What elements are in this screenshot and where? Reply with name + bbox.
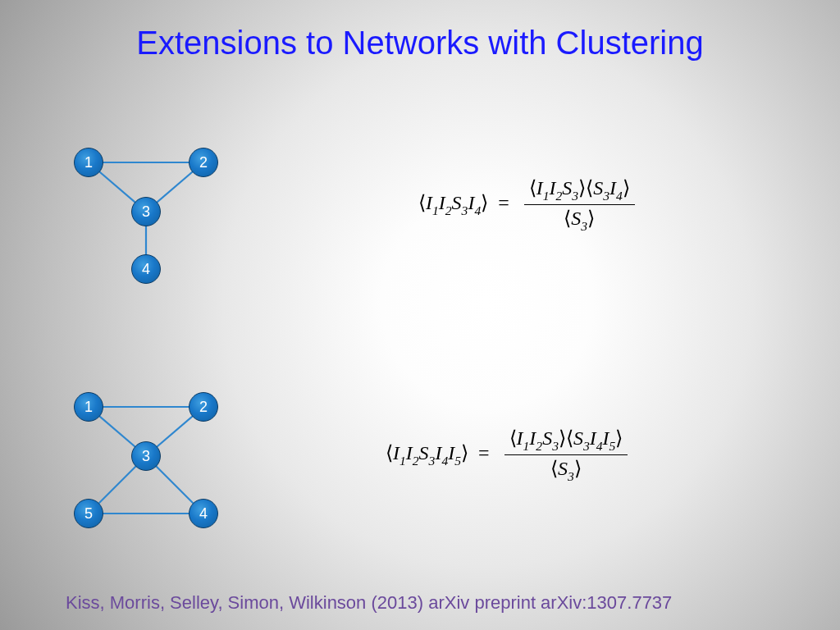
slide: Extensions to Networks with Clustering 1… xyxy=(0,0,840,630)
graph-2-node-3: 3 xyxy=(131,441,161,471)
graph-1-node-4: 4 xyxy=(131,254,161,284)
graph-2-node-1: 1 xyxy=(74,392,103,422)
graph-2-node-2: 2 xyxy=(189,392,218,422)
equation-1: ⟨I1I2S3I4⟩ = ⟨I1I2S3⟩⟨S3I4⟩ ⟨S3⟩ xyxy=(418,176,635,233)
equation-2: ⟨I1I2S3I4I5⟩ = ⟨I1I2S3⟩⟨S3I4I5⟩ ⟨S3⟩ xyxy=(386,427,628,483)
citation: Kiss, Morris, Selley, Simon, Wilkinson (… xyxy=(66,592,672,614)
graph-1-node-1: 1 xyxy=(74,148,103,177)
graph-1-node-3: 3 xyxy=(131,197,161,226)
graph-2-node-4: 4 xyxy=(189,499,218,528)
graph-2: 1 2 3 4 5 xyxy=(57,376,221,556)
graph-1-node-2: 2 xyxy=(189,148,218,177)
graph-2-node-5: 5 xyxy=(74,499,103,528)
graph-1: 1 2 3 4 xyxy=(57,131,221,295)
slide-title: Extensions to Networks with Clustering xyxy=(0,25,840,62)
